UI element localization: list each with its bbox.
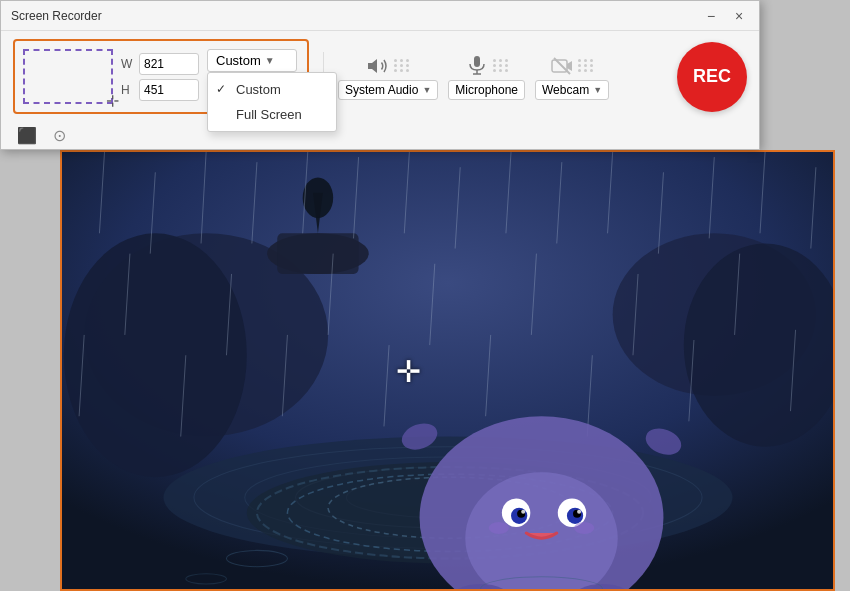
- svg-point-64: [577, 510, 581, 514]
- window-title: Screen Recorder: [11, 9, 701, 23]
- system-audio-dropdown[interactable]: System Audio ▼: [338, 80, 438, 100]
- screen-recorder-window: Screen Recorder − × ⊹ W H: [0, 0, 760, 150]
- microphone-icon: [465, 54, 489, 78]
- dropdown-menu: Custom Full Screen: [207, 72, 337, 132]
- svg-point-9: [64, 233, 247, 477]
- dropdown-item-fullscreen[interactable]: Full Screen: [208, 102, 336, 127]
- height-label: H: [121, 83, 135, 97]
- titlebar-controls: − ×: [701, 6, 749, 26]
- height-input[interactable]: [139, 79, 199, 101]
- height-row: H: [121, 79, 199, 101]
- rec-button[interactable]: REC: [677, 42, 747, 112]
- bottom-icon-row: ⬛ ⊙: [1, 122, 759, 149]
- rec-label: REC: [693, 66, 731, 87]
- minimize-button[interactable]: −: [701, 6, 721, 26]
- settings-icon[interactable]: ⊙: [49, 124, 70, 147]
- webcam-dropdown[interactable]: Webcam ▼: [535, 80, 609, 100]
- region-preview[interactable]: ⊹: [23, 49, 113, 104]
- close-button[interactable]: ×: [729, 6, 749, 26]
- speaker-item: System Audio ▼: [338, 54, 438, 100]
- dropdown-item-custom[interactable]: Custom: [208, 77, 336, 102]
- custom-label: Custom: [216, 53, 261, 68]
- region-selector: ⊹ W H Custom ▼: [13, 39, 309, 114]
- speaker-wrapper: [366, 54, 410, 78]
- dropdown-arrow-icon: ▼: [265, 55, 275, 66]
- webcam-label: Webcam: [542, 83, 589, 97]
- svg-rect-4: [552, 60, 567, 72]
- svg-marker-0: [368, 59, 377, 73]
- move-icon: ⊹: [106, 91, 119, 110]
- webcam-grid-dots: [578, 59, 594, 72]
- custom-dropdown-wrapper: Custom ▼ Custom Full Screen: [207, 49, 297, 72]
- screenshot-icon[interactable]: ⬛: [13, 124, 41, 147]
- dimension-inputs: W H: [121, 53, 199, 101]
- svg-point-65: [489, 522, 509, 534]
- width-row: W: [121, 53, 199, 75]
- svg-rect-1: [474, 56, 480, 67]
- svg-point-15: [303, 177, 333, 218]
- speaker-icon: [366, 54, 390, 78]
- webcam-icon: [550, 54, 574, 78]
- width-input[interactable]: [139, 53, 199, 75]
- microphone-item: Microphone: [448, 54, 525, 100]
- webcam-item: Webcam ▼: [535, 54, 609, 100]
- system-audio-label: System Audio: [345, 83, 418, 97]
- webcam-arrow-icon: ▼: [593, 85, 602, 95]
- webcam-wrapper: [550, 54, 594, 78]
- svg-point-63: [521, 510, 525, 514]
- mic-wrapper: [465, 54, 509, 78]
- scene-svg: [62, 152, 833, 589]
- mic-grid-dots: [493, 59, 509, 72]
- audio-section: System Audio ▼: [338, 54, 609, 100]
- svg-point-66: [574, 522, 594, 534]
- microphone-dropdown[interactable]: Microphone: [448, 80, 525, 100]
- system-audio-arrow-icon: ▼: [422, 85, 431, 95]
- anime-background: ✛: [62, 152, 833, 589]
- speaker-grid-dots: [394, 59, 410, 72]
- custom-dropdown[interactable]: Custom ▼: [207, 49, 297, 72]
- width-label: W: [121, 57, 135, 71]
- titlebar: Screen Recorder − ×: [1, 1, 759, 31]
- svg-rect-13: [277, 233, 358, 274]
- microphone-label: Microphone: [455, 83, 518, 97]
- capture-preview: ✛: [60, 150, 835, 591]
- toolbar: ⊹ W H Custom ▼: [1, 31, 759, 122]
